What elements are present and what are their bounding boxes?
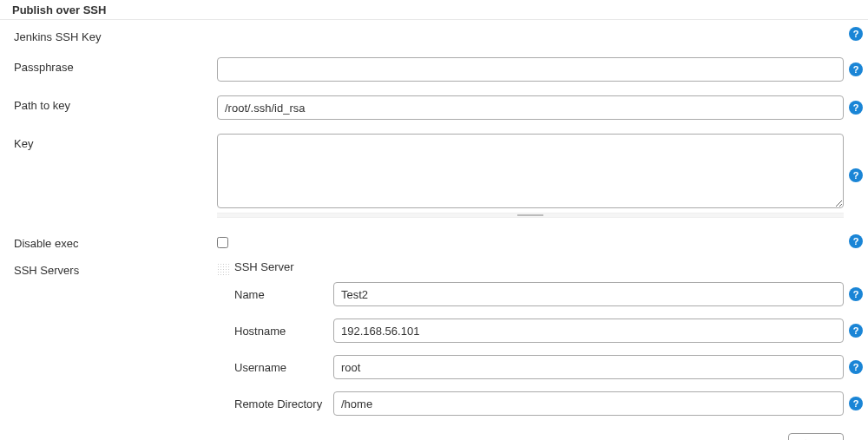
resize-grip-icon <box>517 214 543 216</box>
input-server-hostname[interactable] <box>333 319 844 343</box>
help-icon-path-to-key[interactable]: ? <box>849 101 863 115</box>
label-key: Key <box>0 134 217 150</box>
row-key: Key ? <box>0 127 868 221</box>
label-server-hostname: Hostname <box>234 325 333 338</box>
help-icon-disable-exec[interactable]: ? <box>849 234 863 248</box>
row-remote-directory: Remote Directory ? <box>234 388 868 419</box>
label-ssh-servers: SSH Servers <box>0 260 217 277</box>
label-server-username: Username <box>234 361 333 374</box>
ssh-server-header: SSH Server <box>234 260 868 273</box>
textarea-key[interactable] <box>217 134 844 208</box>
help-icon-passphrase[interactable]: ? <box>849 62 863 76</box>
section-title: Publish over SSH <box>0 0 868 20</box>
help-icon-remote-directory[interactable]: ? <box>849 397 863 410</box>
advanced-button[interactable]: 高级... <box>788 433 844 440</box>
label-jenkins-ssh-key: Jenkins SSH Key <box>0 27 217 43</box>
help-icon-key[interactable]: ? <box>849 168 863 182</box>
input-server-username[interactable] <box>333 355 844 379</box>
input-remote-directory[interactable] <box>333 391 844 416</box>
label-path-to-key: Path to key <box>0 95 217 112</box>
row-ssh-servers: SSH Servers SSH Server Name ? Hostname <box>0 257 868 440</box>
label-disable-exec: Disable exec <box>0 233 217 250</box>
input-passphrase[interactable] <box>217 57 844 82</box>
row-jenkins-ssh-key: Jenkins SSH Key ? <box>0 20 868 50</box>
row-passphrase: Passphrase ? <box>0 50 868 89</box>
row-advanced-button: 高级... <box>234 428 868 440</box>
help-icon-server-username[interactable]: ? <box>849 360 863 374</box>
input-server-name[interactable] <box>333 282 844 306</box>
row-server-username: Username ? <box>234 351 868 383</box>
input-path-to-key[interactable] <box>217 95 844 120</box>
label-remote-directory: Remote Directory <box>234 397 333 410</box>
help-icon-server-hostname[interactable]: ? <box>849 324 863 338</box>
help-icon-jenkins-ssh-key[interactable]: ? <box>849 27 863 41</box>
row-disable-exec: Disable exec ? <box>0 221 868 257</box>
row-server-hostname: Hostname ? <box>234 315 868 346</box>
checkbox-disable-exec[interactable] <box>217 237 228 248</box>
row-server-name: Name ? <box>234 279 868 310</box>
ssh-server-block: SSH Server Name ? Hostname ? <box>217 260 868 440</box>
row-path-to-key: Path to key ? <box>0 89 868 127</box>
grip-icon[interactable] <box>217 263 229 275</box>
resize-bar[interactable] <box>217 213 844 218</box>
help-icon-server-name[interactable]: ? <box>849 287 863 301</box>
label-passphrase: Passphrase <box>0 57 217 74</box>
label-server-name: Name <box>234 288 333 301</box>
